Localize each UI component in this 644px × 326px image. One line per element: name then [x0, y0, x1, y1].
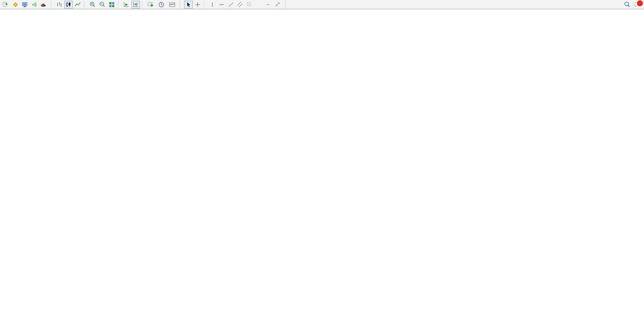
terminal-icon [22, 2, 28, 8]
fibonacci-button[interactable] [245, 1, 254, 9]
scroll-group [122, 0, 140, 9]
auto-scroll-icon [123, 2, 130, 8]
text-button[interactable] [255, 1, 263, 9]
zoom-in-button[interactable] [88, 1, 97, 9]
arrows-icon [274, 2, 280, 8]
horizontal-line-button[interactable] [217, 1, 226, 9]
toolbar-separator [51, 1, 54, 8]
auto-trading-icon [40, 2, 46, 8]
toolbar-separator [285, 1, 288, 8]
cursor-icon [185, 2, 191, 8]
objects-group [146, 0, 178, 9]
vertical-line-button[interactable] [208, 1, 217, 9]
drawing-tools-group [208, 0, 284, 9]
profiles-button[interactable] [11, 1, 20, 9]
cursor-group [184, 0, 202, 9]
text-label-button[interactable] [264, 1, 272, 9]
toolbar-separator [142, 1, 145, 8]
chart-scene [0, 0, 644, 326]
zoom-out-icon [99, 1, 106, 8]
indicators-icon [147, 2, 154, 8]
templates-icon [169, 2, 175, 8]
signals-button[interactable] [30, 1, 38, 9]
trendline-icon [228, 2, 234, 8]
templates-button[interactable] [168, 1, 178, 9]
profiles-icon [12, 2, 19, 8]
auto-trading-button[interactable] [39, 1, 49, 9]
toolbar-separator [84, 1, 87, 8]
arrows-button[interactable] [273, 1, 283, 9]
trade-group [0, 0, 49, 9]
candlestick-chart-icon [65, 2, 72, 8]
signals-icon [31, 2, 37, 8]
toolbar-separator [180, 1, 183, 8]
chat-button[interactable] [632, 1, 642, 9]
candlestick-chart-button[interactable] [64, 1, 73, 9]
auto-scroll-button[interactable] [122, 1, 131, 9]
zoom-in-icon [89, 1, 96, 8]
crosshair-button[interactable] [193, 1, 202, 9]
bar-chart-icon [56, 2, 62, 8]
toolbar-separator [204, 1, 207, 8]
vertical-line-icon [209, 2, 215, 8]
tile-windows-button[interactable] [108, 1, 116, 9]
crosshair-icon [195, 2, 201, 8]
zoom-group [88, 0, 116, 9]
line-chart-icon [75, 2, 81, 8]
text-label-icon [267, 4, 269, 5]
terminal-button[interactable] [20, 1, 29, 9]
notification-badge [637, 0, 643, 6]
zoom-out-button[interactable] [98, 1, 107, 9]
chart-shift-icon [133, 2, 139, 8]
new-order-button[interactable] [1, 1, 10, 9]
fibonacci-icon [246, 2, 253, 8]
periods-button[interactable] [157, 1, 167, 9]
trendline-button[interactable] [227, 1, 235, 9]
channel-icon [237, 2, 243, 8]
toolbar [0, 0, 644, 9]
line-chart-button[interactable] [73, 1, 82, 9]
search-button[interactable] [623, 1, 632, 9]
tile-windows-icon [109, 2, 115, 8]
indicators-button[interactable] [146, 1, 156, 9]
new-order-icon [2, 2, 8, 7]
channel-button[interactable] [236, 1, 244, 9]
cursor-button[interactable] [184, 1, 193, 9]
chart-type-group [55, 0, 82, 9]
toolbar-separator [118, 1, 121, 8]
periods-icon [158, 2, 164, 8]
bar-chart-button[interactable] [55, 1, 63, 9]
search-icon [624, 1, 630, 8]
horizontal-line-icon [219, 2, 225, 8]
chart-shift-button[interactable] [132, 1, 140, 9]
